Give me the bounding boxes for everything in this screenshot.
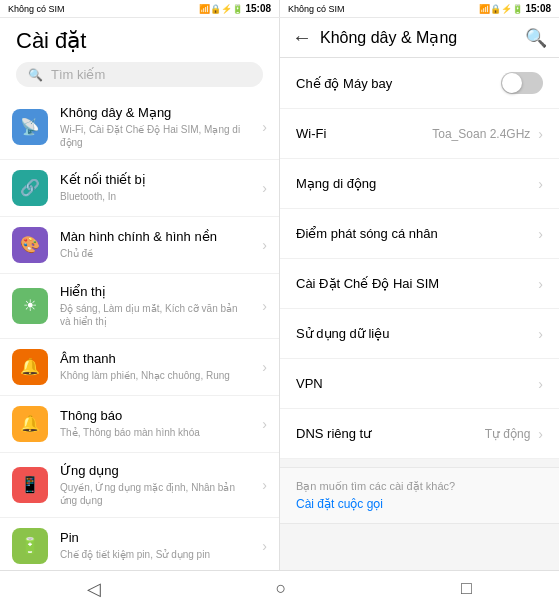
wifi-icon: 📡 — [20, 117, 40, 136]
screen-item-title: Hiển thị — [60, 284, 250, 301]
datausage-chevron-container: › — [538, 326, 543, 342]
apps-item-title: Ứng dụng — [60, 463, 250, 480]
settings-item-notification[interactable]: 🔔 Thông báo Thẻ, Thông báo màn hình khóa… — [0, 396, 279, 453]
mobile-chevron: › — [538, 176, 543, 192]
wallpaper-item-subtitle: Chủ đề — [60, 247, 250, 260]
vpn-chevron-container: › — [538, 376, 543, 392]
settings-item-battery[interactable]: 🔋 Pin Chế độ tiết kiệm pin, Sử dụng pin … — [0, 518, 279, 570]
dual-sim-label: Cài Đặt Chế Độ Hai SIM — [296, 276, 439, 291]
settings-item-screen[interactable]: ☀ Hiển thị Độ sáng, Làm dịu mắt, Kích cỡ… — [0, 274, 279, 339]
toggle-knob — [502, 73, 522, 93]
bluetooth-icon: 🔗 — [20, 178, 40, 197]
hotspot-chevron-container: › — [538, 226, 543, 242]
apps-item-text: Ứng dụng Quyền, Ứng dụng mặc định, Nhân … — [60, 463, 250, 507]
back-nav-button[interactable]: ◁ — [71, 574, 117, 604]
network-panel-title: Không dây & Mạng — [320, 28, 517, 47]
notification-icon: 🔔 — [20, 414, 40, 433]
dualsim-chevron-container: › — [538, 276, 543, 292]
sound-chevron: › — [262, 359, 267, 375]
battery-icon-bg: 🔋 — [12, 528, 48, 564]
wifi-item-title: Không dây & Mạng — [60, 105, 250, 122]
wifi-item[interactable]: Wi-Fi Toa_Soan 2.4GHz › — [280, 109, 559, 159]
hotspot-item[interactable]: Điểm phát sóng cá nhân › — [280, 209, 559, 259]
wifi-value: Toa_Soan 2.4GHz — [432, 127, 530, 141]
left-signal-icon: 📶🔒⚡🔋 — [199, 4, 243, 14]
network-settings-list: Chế độ Máy bay Wi-Fi Toa_Soan 2.4GHz › M… — [280, 58, 559, 570]
right-signal-icon: 📶🔒⚡🔋 — [479, 4, 523, 14]
left-time: 15:08 — [245, 3, 271, 14]
settings-title: Cài đặt — [16, 28, 263, 54]
settings-item-bluetooth[interactable]: 🔗 Kết nối thiết bị Bluetooth, In › — [0, 160, 279, 217]
data-usage-label: Sử dụng dữ liệu — [296, 326, 389, 341]
airplane-toggle[interactable] — [501, 72, 543, 94]
notification-item-subtitle: Thẻ, Thông báo màn hình khóa — [60, 426, 250, 439]
airplane-mode-label: Chế độ Máy bay — [296, 76, 392, 91]
mobile-network-item[interactable]: Mạng di động › — [280, 159, 559, 209]
wifi-value-container: Toa_Soan 2.4GHz › — [432, 126, 543, 142]
sound-icon: 🔔 — [20, 357, 40, 376]
dns-value-container: Tự động › — [485, 426, 543, 442]
settings-item-apps[interactable]: 📱 Ứng dụng Quyền, Ứng dụng mặc định, Nhâ… — [0, 453, 279, 518]
datausage-chevron: › — [538, 326, 543, 342]
search-bar[interactable]: 🔍 Tìm kiếm — [16, 62, 263, 87]
wifi-chevron: › — [262, 119, 267, 135]
search-placeholder: Tìm kiếm — [51, 67, 105, 82]
left-settings-panel: Cài đặt 🔍 Tìm kiếm 📡 Không dây & Mạng Wi… — [0, 18, 280, 570]
wifi-icon-bg: 📡 — [12, 109, 48, 145]
notification-chevron: › — [262, 416, 267, 432]
right-status-bar: Không có SIM 📶🔒⚡🔋 15:08 — [280, 0, 559, 17]
screen-item-subtitle: Độ sáng, Làm dịu mắt, Kích cỡ văn bản và… — [60, 302, 250, 328]
apps-icon-bg: 📱 — [12, 467, 48, 503]
wifi-label: Wi-Fi — [296, 126, 326, 141]
vpn-item[interactable]: VPN › — [280, 359, 559, 409]
dns-label: DNS riêng tư — [296, 426, 371, 441]
battery-icon: 🔋 — [20, 536, 40, 555]
notification-item-title: Thông báo — [60, 408, 250, 425]
bluetooth-item-title: Kết nối thiết bị — [60, 172, 250, 189]
screen-icon-bg: ☀ — [12, 288, 48, 324]
settings-item-sound[interactable]: 🔔 Âm thanh Không làm phiền, Nhạc chuông,… — [0, 339, 279, 396]
bluetooth-item-subtitle: Bluetooth, In — [60, 190, 250, 203]
recent-nav-button[interactable]: □ — [445, 574, 488, 603]
wifi-chevron: › — [538, 126, 543, 142]
sound-icon-bg: 🔔 — [12, 349, 48, 385]
screen-chevron: › — [262, 298, 267, 314]
airplane-toggle-container — [501, 72, 543, 94]
data-usage-item[interactable]: Sử dụng dữ liệu › — [280, 309, 559, 359]
bluetooth-chevron: › — [262, 180, 267, 196]
hotspot-chevron: › — [538, 226, 543, 242]
bluetooth-item-text: Kết nối thiết bị Bluetooth, In — [60, 172, 250, 203]
back-button[interactable]: ← — [292, 26, 312, 49]
mobile-network-label: Mạng di động — [296, 176, 376, 191]
dns-item[interactable]: DNS riêng tư Tự động › — [280, 409, 559, 459]
airplane-mode-item[interactable]: Chế độ Máy bay — [280, 58, 559, 109]
wallpaper-icon-bg: 🎨 — [12, 227, 48, 263]
settings-item-wifi[interactable]: 📡 Không dây & Mạng Wi-Fi, Cài Đặt Chế Độ… — [0, 95, 279, 160]
wallpaper-item-title: Màn hình chính & hình nền — [60, 229, 250, 246]
left-carrier: Không có SIM — [8, 4, 65, 14]
wallpaper-icon: 🎨 — [20, 235, 40, 254]
bluetooth-icon-bg: 🔗 — [12, 170, 48, 206]
notification-item-text: Thông báo Thẻ, Thông báo màn hình khóa — [60, 408, 250, 439]
dual-sim-item[interactable]: Cài Đặt Chế Độ Hai SIM › — [280, 259, 559, 309]
suggestion-link[interactable]: Cài đặt cuộc gọi — [296, 497, 543, 511]
dns-chevron: › — [538, 426, 543, 442]
left-header: Cài đặt 🔍 Tìm kiếm — [0, 18, 279, 95]
battery-item-title: Pin — [60, 530, 250, 547]
battery-chevron: › — [262, 538, 267, 554]
sound-item-subtitle: Không làm phiền, Nhạc chuông, Rung — [60, 369, 250, 382]
settings-item-wallpaper[interactable]: 🎨 Màn hình chính & hình nền Chủ đề › — [0, 217, 279, 274]
mobile-chevron-container: › — [538, 176, 543, 192]
wallpaper-item-text: Màn hình chính & hình nền Chủ đề — [60, 229, 250, 260]
sound-item-text: Âm thanh Không làm phiền, Nhạc chuông, R… — [60, 351, 250, 382]
search-icon: 🔍 — [28, 68, 43, 82]
search-button[interactable]: 🔍 — [525, 27, 547, 49]
vpn-chevron: › — [538, 376, 543, 392]
screen-icon: ☀ — [23, 296, 37, 315]
apps-item-subtitle: Quyền, Ứng dụng mặc định, Nhân bản ứng d… — [60, 481, 250, 507]
wallpaper-chevron: › — [262, 237, 267, 253]
home-nav-button[interactable]: ○ — [260, 574, 303, 603]
screen-item-text: Hiển thị Độ sáng, Làm dịu mắt, Kích cỡ v… — [60, 284, 250, 328]
settings-list: 📡 Không dây & Mạng Wi-Fi, Cài Đặt Chế Độ… — [0, 95, 279, 570]
sound-item-title: Âm thanh — [60, 351, 250, 368]
